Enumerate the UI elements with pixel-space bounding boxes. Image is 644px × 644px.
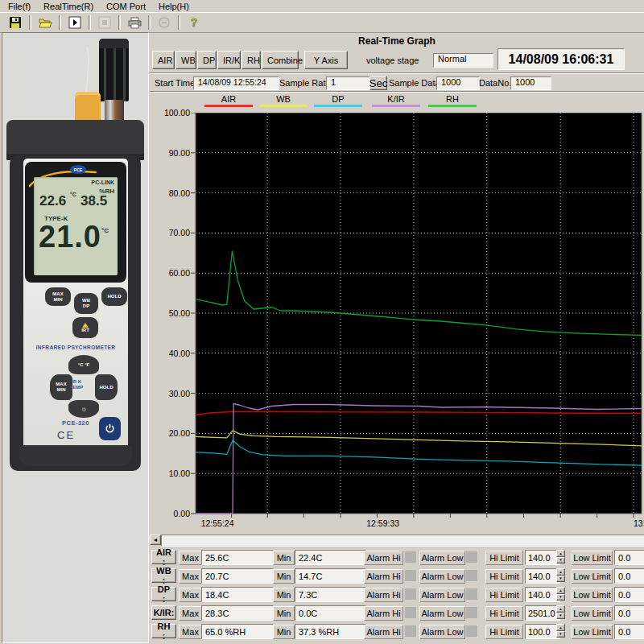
spinner-up-button[interactable]: ▴ xyxy=(556,605,565,613)
y-axis-label: 80.00 xyxy=(153,188,190,198)
svg-text:?: ? xyxy=(191,16,198,29)
stop-button[interactable] xyxy=(93,14,117,31)
menu-com-port[interactable]: COM Port xyxy=(101,1,154,12)
device-button-label: °C °F xyxy=(78,362,89,368)
brand-line: INFRARED PSYCHROMETER xyxy=(23,345,128,350)
channel-button-air[interactable]: AIR xyxy=(152,51,175,69)
row-label-rh-button[interactable]: RH : xyxy=(151,624,176,638)
alarm-low-label: Alarm Low xyxy=(419,588,465,602)
channel-button-rh[interactable]: RH xyxy=(242,51,261,69)
spinner-up-button[interactable]: ▴ xyxy=(556,587,565,594)
max-label: Max xyxy=(179,551,202,565)
device-button-label: MIN xyxy=(54,297,63,303)
low-limit-field[interactable]: 0.0 xyxy=(614,568,644,584)
min-label: Min xyxy=(273,551,295,565)
legend-label: DP xyxy=(332,94,344,104)
menu-help[interactable]: Help(H) xyxy=(154,1,197,12)
disconnect-button[interactable] xyxy=(152,14,176,31)
row-label-dp-button[interactable]: DP : xyxy=(151,587,176,601)
min-label: Min xyxy=(273,588,295,602)
legend-item-rh: RH xyxy=(428,94,477,107)
x-axis-label: 12:55:24 xyxy=(201,518,234,528)
y-axis-button[interactable]: Y Axis xyxy=(304,51,348,69)
menu-file[interactable]: File(f) xyxy=(3,1,39,12)
low-limit-field[interactable]: 0.0 xyxy=(614,550,644,565)
row-label-wb-button[interactable]: WB : xyxy=(151,568,176,583)
sec-button[interactable]: Sec xyxy=(369,76,387,90)
max-label: Max xyxy=(179,588,202,602)
alarm-hi-label: Alarm Hi xyxy=(364,569,403,584)
min-value-field: 14.7C xyxy=(295,568,366,584)
low-limit-label: Low Limit xyxy=(572,625,613,639)
toolbar-separator xyxy=(118,15,121,30)
legend-item-wb: WB xyxy=(259,94,308,107)
y-axis-label: 10.00 xyxy=(153,469,190,478)
channel-button-irk[interactable]: IR/K xyxy=(217,51,241,69)
help-button[interactable]: ? xyxy=(182,14,206,31)
legend-label: K/IR xyxy=(387,94,404,104)
low-limit-field[interactable]: 0.0 xyxy=(614,605,644,621)
hi-limit-label: Hi Limit xyxy=(485,551,523,565)
alarm-hi-indicator xyxy=(405,570,416,581)
spinner-down-button[interactable]: ▾ xyxy=(556,613,565,620)
alarm-low-indicator xyxy=(466,570,477,581)
device-pad-label: TEMP xyxy=(70,385,84,390)
hi-limit-label: Hi Limit xyxy=(485,625,523,639)
hi-limit-field[interactable]: 140.0 xyxy=(525,587,560,602)
print-button[interactable] xyxy=(122,14,147,31)
probe-cap xyxy=(99,39,129,48)
low-limit-field[interactable]: 0.0 xyxy=(614,587,644,602)
chart-scrollbar-track[interactable] xyxy=(161,535,644,547)
combine-button[interactable]: Combine xyxy=(262,51,299,69)
open-button[interactable] xyxy=(33,14,57,31)
toolbar-separator xyxy=(178,15,180,30)
low-limit-field[interactable]: 0.0 xyxy=(614,624,644,639)
data-no-field: 1000 xyxy=(510,76,551,90)
row-label-air-button[interactable]: AIR : xyxy=(151,550,176,564)
lcd-pclink-indicator: PC-LINK xyxy=(92,180,114,185)
spinner-down-button[interactable]: ▾ xyxy=(556,594,565,601)
page-title: Real-Time Graph xyxy=(150,35,644,47)
alarm-low-indicator xyxy=(466,588,477,600)
device-hold-2-button: HOLD xyxy=(95,374,118,400)
max-value-field: 28.3C xyxy=(201,605,274,621)
save-button[interactable] xyxy=(3,14,27,31)
spinner-up-button[interactable]: ▴ xyxy=(556,624,565,631)
spinner-up-button[interactable]: ▴ xyxy=(556,568,565,576)
legend-item-air: AIR xyxy=(204,94,253,107)
ce-mark: CE xyxy=(57,429,75,441)
row-label-kir-button[interactable]: K/IR: xyxy=(151,605,176,620)
spinner-down-button[interactable]: ▾ xyxy=(556,631,565,638)
legend-item-dp: DP xyxy=(314,94,362,107)
alarm-hi-indicator xyxy=(405,607,416,618)
alarm-low-indicator xyxy=(466,625,477,637)
menu-realtime[interactable]: RealTime(R) xyxy=(39,1,101,12)
device-face: PCE PC-LINK %RH 22.6 °C 38.5 TYPE-K 21.0… xyxy=(23,159,128,450)
toolbar-separator xyxy=(59,15,61,30)
hi-limit-field[interactable]: 100.0 xyxy=(525,624,560,639)
spinner-up-button[interactable]: ▴ xyxy=(556,550,565,557)
channel-button-dp[interactable]: DP xyxy=(197,51,217,69)
pce-logo: PCE xyxy=(70,165,86,174)
sample-data-field[interactable]: 1000 xyxy=(436,76,480,90)
max-value-field: 65.0 %RH xyxy=(201,624,274,639)
legend-label: RH xyxy=(446,94,459,104)
spinner-down-button[interactable]: ▾ xyxy=(556,557,565,564)
device-button-label: MAX xyxy=(52,291,63,297)
max-value-field: 25.6C xyxy=(201,550,274,565)
scroll-left-button[interactable]: ◄ xyxy=(150,535,161,545)
alarm-hi-indicator xyxy=(405,625,416,637)
hi-limit-field[interactable]: 140.0 xyxy=(525,568,560,584)
y-axis-label: 70.00 xyxy=(153,228,190,237)
hi-limit-field[interactable]: 140.0 xyxy=(525,550,560,565)
toolbar-separator xyxy=(148,15,151,30)
channel-button-wb[interactable]: WB xyxy=(175,51,196,69)
legend-color-kir xyxy=(372,105,420,107)
start-button[interactable] xyxy=(63,14,87,31)
toolbar: ? xyxy=(0,12,644,33)
start-icon xyxy=(68,16,81,29)
x-axis-label: 13:0 xyxy=(634,518,644,528)
hi-limit-field[interactable]: 2501.0 xyxy=(525,605,560,621)
sample-rate-field[interactable]: 1 xyxy=(326,76,372,90)
spinner-down-button[interactable]: ▾ xyxy=(556,576,565,583)
